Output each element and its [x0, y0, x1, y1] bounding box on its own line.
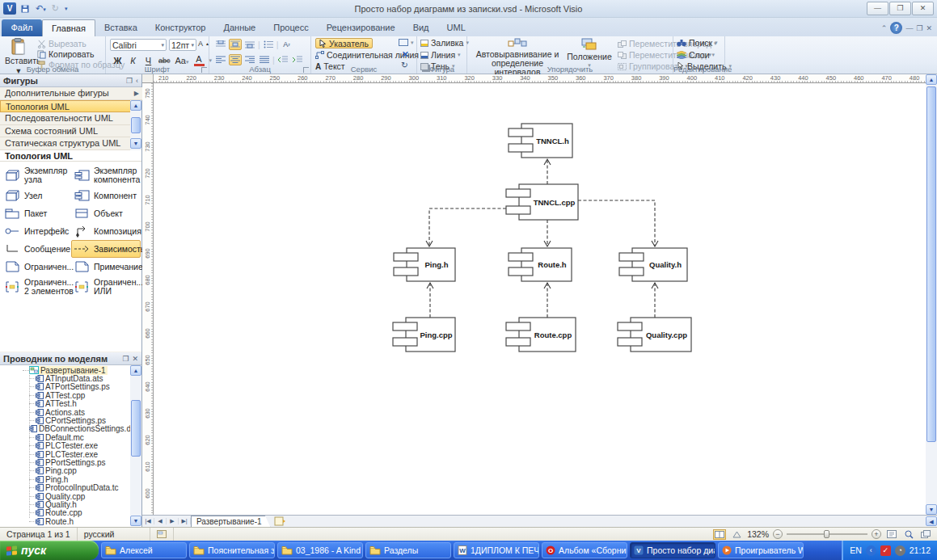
- align-bottom-icon[interactable]: [243, 39, 256, 50]
- model-explorer-window-icon[interactable]: ❐: [122, 355, 129, 363]
- drawing-page[interactable]: TNNCL.hTNNCL.cppPing.hRoute.hQuality.hPi…: [154, 83, 926, 515]
- stencil-scroll-thumb[interactable]: [131, 117, 141, 133]
- minimize-button[interactable]: —: [867, 2, 888, 15]
- tree-item-Default.mc[interactable]: Default.mc: [0, 433, 141, 441]
- taskbar-button-Разделы[interactable]: Разделы: [365, 542, 451, 558]
- tree-scroll-down-icon[interactable]: ▼: [130, 516, 141, 526]
- fill-button[interactable]: Заливка▾: [420, 38, 469, 48]
- font-family-combo[interactable]: Calibri▾: [110, 39, 167, 51]
- component-TNNCL.cpp[interactable]: TNNCL.cpp: [506, 184, 578, 220]
- tree-item-Quality.h[interactable]: Quality.h: [0, 500, 141, 508]
- taskbar-button-Алексей[interactable]: Алексей: [101, 542, 187, 558]
- tree-item-PLCTester.exe[interactable]: PLCTester.exe: [0, 450, 141, 458]
- canvas-scroll-up-icon[interactable]: ▲: [926, 74, 937, 85]
- bold-button[interactable]: Ж: [112, 56, 123, 65]
- doc-restore-icon[interactable]: ❐: [916, 24, 922, 32]
- stencil-scrollbar[interactable]: ▲ ▼: [130, 100, 141, 150]
- taskbar-button-03_1986 - A Kind Of ...[interactable]: 03_1986 - A Kind Of ...: [277, 542, 363, 558]
- tab-Рецензирование[interactable]: Рецензирование: [318, 19, 404, 36]
- layers-button[interactable]: Слои▾: [677, 50, 715, 60]
- page-tab[interactable]: Развертывание-1: [191, 516, 271, 528]
- shape-item-Экземпляр узла[interactable]: Экземпляр узла: [2, 164, 71, 187]
- change-case-button[interactable]: Aa▾: [175, 56, 189, 65]
- rectangle-tool-button[interactable]: ▾: [399, 39, 414, 46]
- zoom-level[interactable]: 132%: [747, 529, 769, 539]
- view-fullpage-icon[interactable]: [730, 529, 743, 540]
- justify-icon[interactable]: [258, 54, 271, 65]
- shape-item-Компонент[interactable]: Компонент: [71, 187, 141, 204]
- shapes-panel-collapse-icon[interactable]: ‹: [136, 77, 138, 85]
- first-page-icon[interactable]: |◀: [142, 518, 154, 524]
- taskbar-button-Альбом «Сборник» и...[interactable]: OАльбом «Сборник» и...: [542, 542, 627, 558]
- doc-minimize-icon[interactable]: —: [905, 24, 913, 32]
- component-Quality.cpp[interactable]: Quality.cpp: [618, 318, 691, 352]
- decrease-indent-icon[interactable]: [276, 54, 289, 65]
- text-size-icon[interactable]: Az: [280, 39, 293, 50]
- tree-item-Ping.cpp[interactable]: Ping.cpp: [0, 467, 141, 475]
- tab-Вид[interactable]: Вид: [404, 19, 438, 36]
- shape-item-Узел[interactable]: Узел: [2, 187, 71, 204]
- doc-close-icon[interactable]: ✕: [926, 24, 932, 32]
- shape-item-Объект[interactable]: Объект: [71, 204, 141, 222]
- shape-item-Композиция[interactable]: Композиция: [71, 222, 141, 240]
- hscroll-left-icon[interactable]: ◀: [926, 516, 937, 526]
- tree-scrollbar[interactable]: ▲ ▼: [130, 365, 141, 526]
- component-TNNCL.h[interactable]: TNNCL.h: [509, 124, 572, 158]
- tab-UML[interactable]: UML: [438, 19, 475, 36]
- align-left-icon[interactable]: [214, 54, 227, 65]
- align-center-icon[interactable]: [229, 54, 242, 65]
- copy-button[interactable]: Копировать: [37, 49, 95, 59]
- tab-Данные[interactable]: Данные: [214, 19, 264, 36]
- shape-item-Экземпляр компонента[interactable]: Экземпляр компонента: [71, 164, 141, 187]
- canvas-scroll-thumb[interactable]: [926, 86, 936, 442]
- strikethrough-button[interactable]: abc: [158, 57, 171, 65]
- shape-item-Сообщение[interactable]: Сообщение: [2, 240, 71, 258]
- find-button[interactable]: Поиск▾: [677, 38, 718, 48]
- view-normal-icon[interactable]: [713, 529, 726, 540]
- pointer-tool-button[interactable]: Указатель: [315, 38, 373, 48]
- zoom-out-icon[interactable]: −: [773, 529, 783, 539]
- tree-item-ATTest.cpp[interactable]: ATTest.cpp: [0, 391, 141, 399]
- zoom-in-icon[interactable]: +: [872, 529, 881, 539]
- component-Route.h[interactable]: Route.h: [509, 248, 572, 281]
- shape-item-Примечание[interactable]: Примечание: [71, 258, 141, 276]
- zoom-slider[interactable]: [787, 533, 867, 535]
- maximize-button[interactable]: ❐: [889, 2, 911, 15]
- tab-Процесс[interactable]: Процесс: [264, 19, 317, 36]
- start-button[interactable]: пуск: [0, 541, 99, 560]
- taskbar-button-Просто набор диагр...[interactable]: VПросто набор диагр...: [630, 542, 715, 558]
- tree-item-ATInputData.ats[interactable]: ATInputData.ats: [0, 374, 141, 382]
- tree-item-ATTest.h[interactable]: ATTest.h: [0, 400, 141, 408]
- component-Route.cpp[interactable]: Route.cpp: [506, 318, 576, 352]
- tree-scroll-up-icon[interactable]: ▲: [130, 365, 141, 376]
- tree-item-ProtocolInputData.tc[interactable]: ProtocolInputData.tc: [0, 483, 141, 491]
- tree-item-Quality.cpp[interactable]: Quality.cpp: [0, 492, 141, 500]
- stencil-Последовательности UML[interactable]: Последовательности UML: [0, 112, 131, 125]
- taskbar-button-Пояснительная запи...[interactable]: Пояснительная запи...: [189, 542, 275, 558]
- tree-item-RunSettings.rst[interactable]: RunSettings.rst: [0, 525, 141, 526]
- line-button[interactable]: Линия▾: [420, 50, 461, 60]
- shape-item-Зависимость[interactable]: Зависимость: [71, 240, 141, 258]
- tab-Конструктор[interactable]: Конструктор: [146, 19, 215, 36]
- tab-Главная[interactable]: Главная: [42, 19, 95, 36]
- taskbar-button-1ДИПЛОМ К ПЕЧАТИ...[interactable]: W1ДИПЛОМ К ПЕЧАТИ...: [454, 542, 539, 558]
- tree-item-DBConnectionsSettings.dbst[interactable]: DBConnectionsSettings.dbst: [0, 425, 141, 433]
- bullet-list-icon[interactable]: [262, 39, 275, 50]
- shape-item-Ограничен...[interactable]: Ограничен...: [2, 258, 71, 276]
- tree-item-CPortSettings.ps[interactable]: CPortSettings.ps: [0, 416, 141, 424]
- help-icon[interactable]: ?: [890, 22, 902, 34]
- collapse-ribbon-icon[interactable]: ⌃: [881, 24, 888, 32]
- shape-item-Пакет[interactable]: Пакет: [2, 204, 71, 222]
- tray-antivirus-icon[interactable]: ✓: [880, 545, 891, 556]
- italic-button[interactable]: К: [128, 56, 138, 65]
- fit-page-icon[interactable]: [885, 529, 898, 540]
- font-size-combo[interactable]: 12пт▾: [169, 39, 196, 51]
- component-Quality.h[interactable]: Quality.h: [619, 248, 687, 281]
- stencil-scroll-up-icon[interactable]: ▲: [130, 100, 141, 111]
- tree-item-Ping.h[interactable]: Ping.h: [0, 475, 141, 483]
- cut-button[interactable]: Вырезать: [37, 39, 87, 48]
- tray-clock-icon[interactable]: ◔: [895, 545, 905, 556]
- stencil-Дополнительные фигуры[interactable]: Дополнительные фигуры▶: [0, 87, 142, 100]
- component-Ping.h[interactable]: Ping.h: [394, 248, 455, 281]
- tree-item-PLCTester.exe[interactable]: PLCTester.exe: [0, 442, 141, 450]
